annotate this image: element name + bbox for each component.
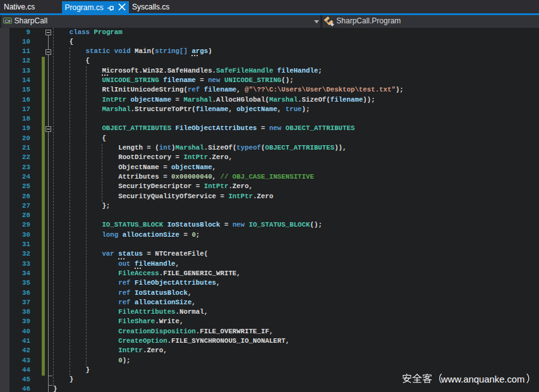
svg-text:www.anquanke.com: www.anquanke.com xyxy=(440,374,524,384)
svg-text:C#: C# xyxy=(4,18,11,24)
